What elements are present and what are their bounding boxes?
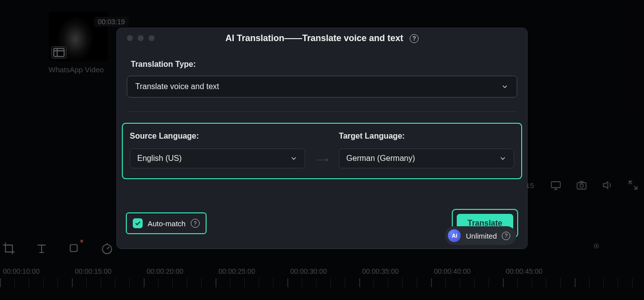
chevron-down-icon bbox=[499, 154, 507, 162]
auto-match-checkbox[interactable] bbox=[133, 218, 143, 228]
translation-type-label: Translation Type: bbox=[117, 46, 527, 76]
ai-translation-dialog: AI Translation——Translate voice and text… bbox=[116, 28, 528, 249]
translation-type-value: Translate voice and text bbox=[135, 82, 219, 91]
help-icon[interactable]: ? bbox=[502, 232, 510, 240]
ai-badge-text: AI bbox=[452, 233, 457, 239]
dialog-header: AI Translation——Translate voice and text… bbox=[117, 28, 527, 46]
ai-badge-icon: AI bbox=[448, 229, 461, 242]
target-language-select[interactable]: German (Germany) bbox=[339, 149, 514, 168]
credits-text: Unlimited bbox=[466, 232, 497, 240]
source-language-select[interactable]: English (US) bbox=[130, 149, 305, 168]
translation-type-select[interactable]: Translate voice and text bbox=[127, 76, 517, 98]
help-icon[interactable]: ? bbox=[410, 34, 419, 43]
dialog-title-text: AI Translation——Translate voice and text bbox=[225, 33, 403, 43]
check-icon bbox=[134, 220, 141, 227]
target-language-value: German (Germany) bbox=[346, 154, 415, 163]
credits-pill[interactable]: AI Unlimited ? bbox=[445, 226, 516, 245]
source-language-label: Source Language: bbox=[130, 132, 305, 141]
language-selection-group: Source Language: English (US) ·····› Tar… bbox=[122, 123, 522, 179]
divider bbox=[127, 111, 517, 112]
chevron-down-icon bbox=[290, 154, 298, 162]
target-language-label: Target Language: bbox=[339, 132, 514, 141]
auto-match-group: Auto-match ? bbox=[126, 212, 207, 234]
dialog-title: AI Translation——Translate voice and text… bbox=[117, 33, 527, 44]
chevron-down-icon bbox=[501, 83, 509, 91]
arrow-right-icon: ·····› bbox=[315, 155, 329, 168]
auto-match-label: Auto-match bbox=[148, 219, 186, 228]
source-language-value: English (US) bbox=[137, 154, 182, 163]
help-icon[interactable]: ? bbox=[191, 219, 200, 228]
